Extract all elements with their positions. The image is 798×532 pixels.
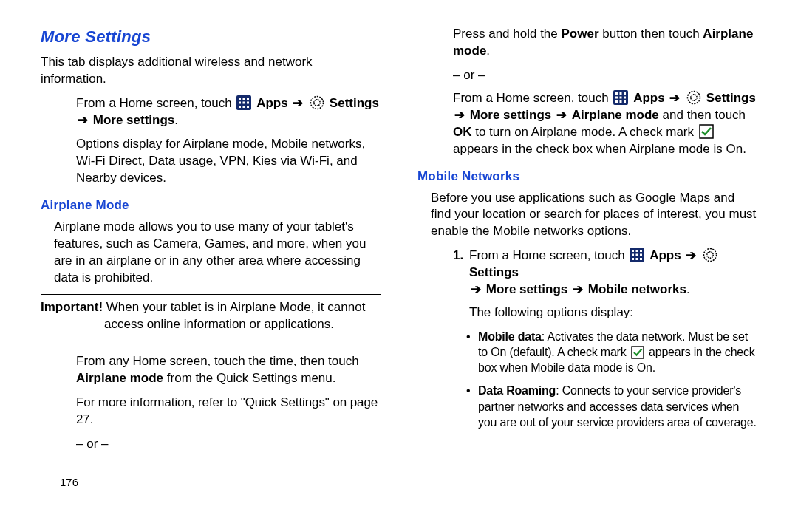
more-settings-label: More settings xyxy=(470,108,552,122)
dot: . xyxy=(686,282,690,296)
svg-rect-21 xyxy=(624,100,626,103)
apps-label: Apps xyxy=(256,96,288,110)
airplane-para: Airplane mode allows you to use many of … xyxy=(54,219,381,287)
more-settings-label: More settings xyxy=(486,282,568,296)
svg-point-10 xyxy=(311,96,324,109)
svg-rect-34 xyxy=(640,258,642,260)
svg-rect-4 xyxy=(239,101,241,103)
rule-top xyxy=(41,294,381,295)
important-line1: Important! When your tablet is in Airpla… xyxy=(41,299,381,316)
svg-rect-19 xyxy=(615,100,618,103)
svg-rect-30 xyxy=(636,254,638,256)
svg-rect-6 xyxy=(247,101,249,103)
apps-icon xyxy=(630,248,644,262)
svg-point-11 xyxy=(314,99,320,105)
svg-rect-14 xyxy=(620,92,622,95)
checkmark-icon xyxy=(699,124,714,139)
to-turn-on: to turn on Airplane mode. A check mark xyxy=(472,125,698,139)
heading-more-settings: More Settings xyxy=(41,26,381,48)
intro-para: This tab displays additional wireless an… xyxy=(41,54,381,88)
quick-settings: "Quick Settings" xyxy=(241,395,330,409)
arrow-icon: ➔ xyxy=(293,96,303,110)
settings-icon xyxy=(686,90,701,105)
arrow-icon: ➔ xyxy=(471,282,481,296)
dot: . xyxy=(486,44,490,58)
settings-label: Settings xyxy=(330,96,379,110)
svg-rect-26 xyxy=(632,250,634,252)
following-options: The following options display: xyxy=(469,304,757,321)
apps-icon xyxy=(236,95,251,110)
arrow-icon: ➔ xyxy=(454,108,465,122)
or-divider-2: – or – xyxy=(453,67,757,84)
apps-icon xyxy=(613,90,628,105)
svg-rect-7 xyxy=(239,106,241,108)
and-touch: and then touch xyxy=(659,108,746,122)
important-label: Important! xyxy=(41,300,103,314)
from-any-home-block: From any Home screen, touch the time, th… xyxy=(76,353,381,429)
arrow-icon: ➔ xyxy=(669,91,680,105)
from-any-home: From any Home screen, touch the time, th… xyxy=(76,353,381,387)
from-home-block: From a Home screen, touch Apps ➔ Setting… xyxy=(453,90,757,158)
refer-para: For more information, refer to "Quick Se… xyxy=(76,395,381,429)
num-1: 1. xyxy=(453,248,463,265)
arrow-icon: ➔ xyxy=(556,108,567,122)
right-column: Press and hold the Power button then tou… xyxy=(399,26,776,532)
svg-rect-13 xyxy=(615,92,618,95)
svg-point-36 xyxy=(707,252,713,258)
important-block: Important! When your tablet is in Airpla… xyxy=(41,299,381,336)
apps-label: Apps xyxy=(633,91,665,105)
apps-label: Apps xyxy=(649,248,681,262)
press-hold: Press and hold the Power button then tou… xyxy=(453,26,757,60)
rule-bottom xyxy=(41,344,381,344)
bullet-mobile-data: Mobile data: Activates the data network.… xyxy=(468,329,757,375)
airplane-bold2: Airplane mode xyxy=(572,108,659,122)
mobile-networks-bold: Mobile networks xyxy=(588,282,686,296)
svg-rect-2 xyxy=(243,98,245,100)
arrow-icon: ➔ xyxy=(78,113,88,127)
power-bold: Power xyxy=(561,27,598,41)
mobile-intro: Before you use applications such as Goog… xyxy=(431,190,757,241)
svg-rect-33 xyxy=(636,258,638,260)
svg-rect-32 xyxy=(632,258,634,260)
b1-bold: Mobile data xyxy=(478,330,542,343)
airplane-mode-bold: Airplane mode xyxy=(76,371,163,385)
t1: From any Home screen, touch the time, th… xyxy=(76,354,359,368)
svg-rect-29 xyxy=(632,254,634,256)
step-from-home: From a Home screen, touch Apps ➔ Setting… xyxy=(76,95,381,129)
options-para: Options display for Airplane mode, Mobil… xyxy=(76,136,381,187)
text: From a Home screen, touch xyxy=(76,96,235,110)
t1: Press and hold the xyxy=(453,27,561,41)
more-settings-label: More settings xyxy=(93,113,175,127)
arrow-icon: ➔ xyxy=(573,282,583,296)
page-number: 176 xyxy=(60,475,381,490)
svg-rect-17 xyxy=(620,96,622,98)
arrow-icon: ➔ xyxy=(686,248,696,262)
settings-label: Settings xyxy=(706,91,756,105)
from-home-line: From a Home screen, touch Apps ➔ Setting… xyxy=(453,90,757,158)
press-hold-block: Press and hold the Power button then tou… xyxy=(453,26,757,60)
or-divider: – or – xyxy=(76,436,381,453)
svg-rect-8 xyxy=(243,106,245,108)
appears: appears in the check box when Airplane m… xyxy=(453,142,746,156)
svg-rect-1 xyxy=(239,98,241,100)
svg-rect-31 xyxy=(640,254,642,256)
svg-point-23 xyxy=(691,95,697,100)
t1: From a Home screen, touch xyxy=(453,91,612,105)
svg-rect-15 xyxy=(624,92,626,95)
manual-page: More Settings This tab displays addition… xyxy=(0,0,798,532)
bullet-list: Mobile data: Activates the data network.… xyxy=(468,329,757,430)
checkmark-icon xyxy=(631,346,644,359)
heading-mobile-networks: Mobile Networks xyxy=(417,168,757,185)
heading-airplane-mode: Airplane Mode xyxy=(41,197,381,214)
ok-bold: OK xyxy=(453,125,472,139)
svg-rect-20 xyxy=(620,100,622,103)
svg-rect-3 xyxy=(247,98,249,100)
important-text-1: When your tablet is in Airplane Mode, it… xyxy=(103,300,365,314)
bullet-data-roaming: Data Roaming: Connects to your service p… xyxy=(468,383,757,429)
svg-rect-5 xyxy=(243,101,245,103)
important-line2: access online information or application… xyxy=(104,316,381,333)
svg-rect-18 xyxy=(624,96,626,98)
t1: From a Home screen, touch xyxy=(469,248,628,262)
svg-rect-16 xyxy=(615,96,618,98)
settings-icon xyxy=(310,95,324,110)
